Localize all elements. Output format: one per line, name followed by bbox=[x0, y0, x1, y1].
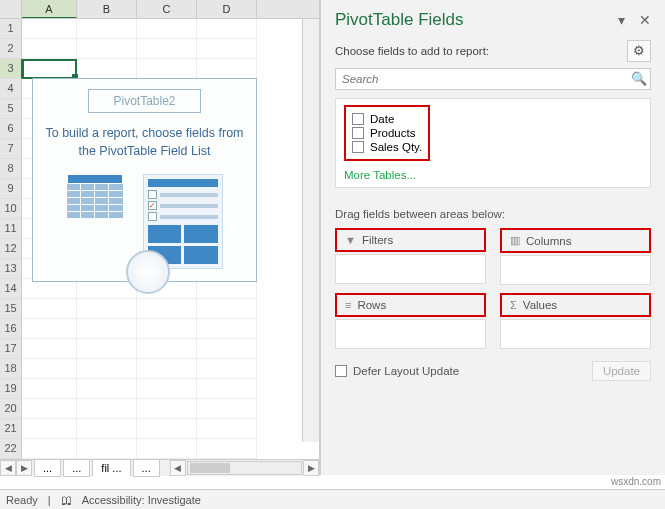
row-header[interactable]: 22 bbox=[0, 439, 22, 459]
cell[interactable] bbox=[197, 399, 257, 419]
row-header[interactable]: 13 bbox=[0, 259, 22, 279]
cell[interactable] bbox=[137, 319, 197, 339]
accessibility-icon[interactable]: 🕮 bbox=[61, 494, 72, 506]
cell[interactable] bbox=[197, 379, 257, 399]
hscroll-left[interactable]: ◀ bbox=[170, 460, 186, 476]
cell[interactable] bbox=[22, 19, 77, 39]
field-search[interactable]: 🔍 bbox=[335, 68, 651, 90]
row-header[interactable]: 6 bbox=[0, 119, 22, 139]
cell[interactable] bbox=[137, 379, 197, 399]
cell[interactable] bbox=[77, 339, 137, 359]
cell[interactable] bbox=[22, 359, 77, 379]
values-dropzone[interactable] bbox=[500, 319, 651, 349]
more-tables-link[interactable]: More Tables... bbox=[344, 169, 642, 181]
cell[interactable] bbox=[22, 299, 77, 319]
cell[interactable] bbox=[197, 339, 257, 359]
row-header[interactable]: 14 bbox=[0, 279, 22, 299]
row-header[interactable]: 17 bbox=[0, 339, 22, 359]
row-header[interactable]: 8 bbox=[0, 159, 22, 179]
close-icon[interactable]: ✕ bbox=[639, 12, 651, 28]
cell[interactable] bbox=[77, 299, 137, 319]
cell[interactable] bbox=[22, 419, 77, 439]
row-header[interactable]: 2 bbox=[0, 39, 22, 59]
cell[interactable] bbox=[197, 419, 257, 439]
row-header[interactable]: 16 bbox=[0, 319, 22, 339]
cell[interactable] bbox=[77, 19, 137, 39]
cell[interactable] bbox=[137, 339, 197, 359]
cell[interactable] bbox=[197, 279, 257, 299]
search-input[interactable] bbox=[336, 69, 628, 89]
cell[interactable] bbox=[77, 419, 137, 439]
search-icon[interactable]: 🔍 bbox=[628, 69, 650, 89]
col-header-b[interactable]: B bbox=[77, 0, 137, 18]
cell[interactable] bbox=[22, 339, 77, 359]
cell[interactable] bbox=[77, 39, 137, 59]
cell[interactable] bbox=[137, 359, 197, 379]
row-header[interactable]: 18 bbox=[0, 359, 22, 379]
field-list[interactable]: Date Products Sales Qty. More Tables... bbox=[335, 98, 651, 188]
cell[interactable] bbox=[77, 319, 137, 339]
row-header[interactable]: 11 bbox=[0, 219, 22, 239]
cell[interactable] bbox=[22, 319, 77, 339]
cell[interactable] bbox=[22, 379, 77, 399]
columns-area[interactable]: ▥Columns bbox=[500, 228, 651, 285]
row-header[interactable]: 12 bbox=[0, 239, 22, 259]
rows-dropzone[interactable] bbox=[335, 319, 486, 349]
cell[interactable] bbox=[77, 379, 137, 399]
select-all-corner[interactable] bbox=[0, 0, 22, 18]
cell[interactable] bbox=[197, 319, 257, 339]
field-item[interactable]: Sales Qty. bbox=[352, 141, 422, 153]
field-item[interactable]: Date bbox=[352, 113, 422, 125]
columns-dropzone[interactable] bbox=[500, 255, 651, 285]
cell[interactable] bbox=[137, 59, 197, 79]
cell[interactable] bbox=[22, 439, 77, 459]
row-header[interactable]: 5 bbox=[0, 99, 22, 119]
col-header-c[interactable]: C bbox=[137, 0, 197, 18]
row-header[interactable]: 20 bbox=[0, 399, 22, 419]
cell[interactable] bbox=[137, 39, 197, 59]
cell[interactable] bbox=[137, 419, 197, 439]
cell[interactable] bbox=[197, 299, 257, 319]
cell[interactable] bbox=[197, 59, 257, 79]
worksheet-tab-active[interactable]: fil ... bbox=[92, 459, 130, 477]
checkbox[interactable] bbox=[352, 141, 364, 153]
cell[interactable] bbox=[22, 399, 77, 419]
update-button[interactable]: Update bbox=[592, 361, 651, 381]
cell[interactable] bbox=[197, 19, 257, 39]
cell[interactable] bbox=[77, 59, 137, 79]
row-header[interactable]: 4 bbox=[0, 79, 22, 99]
worksheet-tab[interactable]: ... bbox=[133, 459, 160, 477]
sheet-tab-bar[interactable]: ◀ ▶ ... ... fil ... ... ◀ ▶ bbox=[0, 459, 319, 476]
tab-nav-next[interactable]: ▶ bbox=[16, 460, 32, 476]
col-header-a[interactable]: A bbox=[22, 0, 77, 18]
row-header[interactable]: 1 bbox=[0, 19, 22, 39]
cell[interactable] bbox=[137, 439, 197, 459]
cell[interactable] bbox=[22, 39, 77, 59]
pane-menu-icon[interactable]: ▾ bbox=[618, 12, 625, 28]
cell[interactable] bbox=[22, 279, 77, 299]
cell[interactable] bbox=[197, 39, 257, 59]
row-header[interactable]: 19 bbox=[0, 379, 22, 399]
field-item[interactable]: Products bbox=[352, 127, 422, 139]
status-accessibility[interactable]: Accessibility: Investigate bbox=[82, 494, 201, 506]
row-header[interactable]: 10 bbox=[0, 199, 22, 219]
cell[interactable] bbox=[137, 19, 197, 39]
row-header[interactable]: 15 bbox=[0, 299, 22, 319]
hscroll-right[interactable]: ▶ bbox=[303, 460, 319, 476]
cell[interactable] bbox=[137, 399, 197, 419]
cell[interactable] bbox=[77, 399, 137, 419]
checkbox[interactable] bbox=[352, 113, 364, 125]
row-header[interactable]: 9 bbox=[0, 179, 22, 199]
row-header[interactable]: 21 bbox=[0, 419, 22, 439]
rows-area[interactable]: ≡Rows bbox=[335, 293, 486, 349]
grid[interactable]: A B C D 12345678910111213141516171819202… bbox=[0, 0, 319, 459]
cell[interactable] bbox=[77, 439, 137, 459]
cell[interactable] bbox=[197, 359, 257, 379]
cell[interactable] bbox=[137, 299, 197, 319]
checkbox[interactable] bbox=[352, 127, 364, 139]
defer-checkbox[interactable] bbox=[335, 365, 347, 377]
cell[interactable] bbox=[197, 439, 257, 459]
tab-nav-prev[interactable]: ◀ bbox=[0, 460, 16, 476]
worksheet-tab[interactable]: ... bbox=[63, 459, 90, 477]
vertical-scrollbar[interactable] bbox=[302, 19, 319, 442]
